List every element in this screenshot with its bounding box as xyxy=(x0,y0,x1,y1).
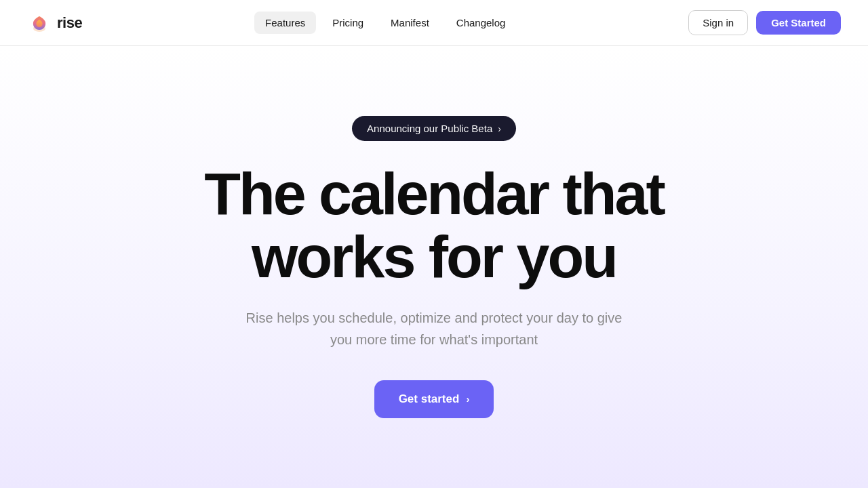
logo[interactable]: rise xyxy=(27,11,82,35)
badge-chevron-icon: › xyxy=(498,123,501,134)
navbar: rise Features Pricing Manifest Changelog… xyxy=(0,0,868,46)
announcement-badge[interactable]: Announcing our Public Beta › xyxy=(352,116,516,141)
nav-actions: Sign in Get Started xyxy=(688,10,841,35)
hero-title: The calendar that works for you xyxy=(204,163,664,288)
logo-icon xyxy=(27,11,52,35)
logo-wordmark: rise xyxy=(57,14,82,32)
hero-section: Announcing our Public Beta › The calenda… xyxy=(0,46,868,488)
signin-button[interactable]: Sign in xyxy=(688,10,748,35)
nav-changelog[interactable]: Changelog xyxy=(446,12,517,34)
hero-title-line2: works for you xyxy=(252,223,616,290)
nav-pricing[interactable]: Pricing xyxy=(321,12,374,34)
nav-manifest[interactable]: Manifest xyxy=(380,12,440,34)
hero-title-line1: The calendar that xyxy=(204,160,664,227)
get-started-hero-button[interactable]: Get started › xyxy=(374,380,494,418)
cta-label: Get started xyxy=(399,392,460,406)
hero-subtitle: Rise helps you schedule, optimize and pr… xyxy=(237,307,631,350)
cta-arrow-icon: › xyxy=(466,393,469,405)
nav-features[interactable]: Features xyxy=(254,12,316,34)
get-started-nav-button[interactable]: Get Started xyxy=(756,11,841,35)
nav-links: Features Pricing Manifest Changelog xyxy=(254,12,516,34)
announcement-text: Announcing our Public Beta xyxy=(367,123,492,134)
